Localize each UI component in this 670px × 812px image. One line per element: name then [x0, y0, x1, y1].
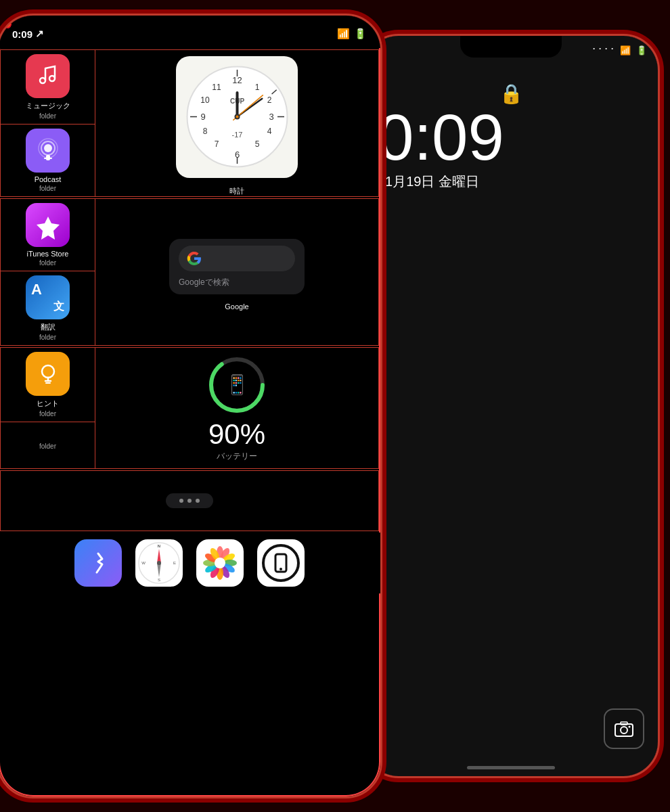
svg-text:9: 9 [200, 112, 205, 122]
battery-label: バッテリー [217, 451, 257, 462]
page-dots [179, 499, 200, 503]
svg-text:7: 7 [214, 139, 219, 149]
google-label: Google [225, 302, 248, 311]
svg-rect-64 [615, 724, 633, 736]
clock-widget-area[interactable]: 12 3 6 9 1 2 4 5 7 8 10 11 [95, 50, 378, 196]
svg-text:10: 10 [200, 95, 210, 105]
music-label: ミュージック [26, 101, 70, 111]
location-icon: ↗ [35, 28, 44, 40]
svg-text:11: 11 [212, 83, 221, 92]
podcast-icon[interactable] [26, 129, 70, 173]
svg-point-31 [42, 365, 54, 378]
battery-icon: 🔋 [354, 28, 367, 40]
dot-3 [196, 499, 200, 503]
svg-text:2: 2 [267, 95, 271, 105]
dock-area [0, 470, 379, 531]
bottom-apps: N E S W [0, 533, 380, 593]
translate-label: 翻訳 [41, 322, 55, 332]
google-search-bar[interactable] [179, 246, 295, 271]
google-widget[interactable]: Googleで検索 [169, 239, 305, 295]
lock-date: 11月19日 金曜日 [364, 173, 658, 191]
files-icon[interactable] [257, 539, 305, 587]
dots-right: • • • • [593, 45, 615, 55]
cell-hints[interactable]: 🍎 ヒント folder [1, 348, 95, 422]
cell-podcast[interactable]: 🍎 Podcast folder [1, 125, 95, 196]
empty-folder: folder [39, 443, 56, 450]
home-bar [467, 766, 555, 769]
cell-empty: 🍎 folder [1, 422, 95, 468]
dot-2 [187, 499, 192, 503]
svg-text:1: 1 [254, 83, 259, 92]
translate-folder: folder [39, 334, 56, 341]
svg-text:12: 12 [232, 75, 242, 85]
left-col-music: 🍎 ミュージック folder 🍎 [1, 50, 95, 196]
lock-screen: • • • • 📶 🔋 🔒 0:09 11月19日 金曜日 [364, 36, 658, 776]
shortcuts-app[interactable] [74, 539, 122, 587]
dot-1 [179, 499, 183, 503]
photos-app[interactable] [196, 539, 244, 587]
itunes-icon[interactable] [26, 203, 70, 247]
svg-text:S: S [158, 578, 160, 582]
music-icon[interactable] [26, 54, 70, 98]
section-hints: 🍎 ヒント folder 🍎 folder [0, 347, 379, 469]
svg-point-29 [236, 116, 238, 118]
svg-text:-17: -17 [231, 131, 242, 139]
svg-rect-4 [44, 158, 52, 159]
svg-point-41 [157, 561, 161, 565]
section-hints-row: 🍎 ヒント folder 🍎 folder [1, 348, 378, 468]
svg-text:4: 4 [267, 127, 271, 136]
section-music: 🍎 ミュージック folder 🍎 [0, 49, 379, 197]
svg-point-65 [621, 727, 627, 734]
itunes-label: iTunes Store [27, 250, 69, 258]
google-search-text: Googleで検索 [179, 277, 295, 288]
notch [139, 16, 240, 37]
safari-icon[interactable]: N E S W [135, 539, 183, 587]
battery-widget: 📱 90% バッテリー [95, 349, 378, 468]
left-phone: 0:09 ↗ 📶 🔋 🍎 ミュージック folder [0, 14, 382, 798]
music-folder: folder [39, 112, 56, 120]
camera-button[interactable] [604, 708, 644, 749]
svg-text:E: E [173, 561, 176, 565]
section-music-row: 🍎 ミュージック folder 🍎 [1, 50, 378, 196]
dock-inner [166, 493, 213, 508]
podcast-label: Podcast [35, 175, 62, 183]
cell-translate[interactable]: 🍎 A 文 翻訳 folder [1, 271, 95, 345]
itunes-folder: folder [39, 259, 56, 267]
google-widget-area[interactable]: Googleで検索 Google [95, 199, 378, 345]
clock-svg: 12 3 6 9 1 2 4 5 7 8 10 11 [185, 64, 290, 169]
cell-itunes[interactable]: 🍎 iTunes Store folder [1, 199, 95, 271]
photos-icon[interactable] [196, 539, 244, 587]
safari-app[interactable]: N E S W [135, 539, 183, 587]
svg-text:3: 3 [269, 112, 273, 122]
clock-widget[interactable]: 12 3 6 9 1 2 4 5 7 8 10 11 [176, 56, 298, 178]
battery-right: 🔋 [636, 45, 647, 55]
svg-text:W: W [141, 561, 146, 565]
battery-widget-area: 📱 90% バッテリー [95, 348, 378, 468]
podcast-folder: folder [39, 185, 56, 192]
translate-icon[interactable]: A 文 [26, 275, 70, 319]
battery-ring-svg [206, 355, 267, 415]
svg-text:8: 8 [202, 127, 207, 136]
status-right: 📶 🔋 [337, 28, 367, 40]
status-left: 0:09 ↗ [12, 28, 44, 40]
lock-time: 0:09 [364, 105, 658, 170]
battery-circle: 📱 [206, 355, 267, 415]
battery-percent: 90% [208, 418, 265, 451]
left-col-hints: 🍎 ヒント folder 🍎 folder [1, 348, 95, 468]
section-itunes-row: 🍎 iTunes Store folder 🍎 A 文 翻訳 [1, 199, 378, 345]
cell-music[interactable]: 🍎 ミュージック folder [1, 50, 95, 125]
time-display: 0:09 [12, 28, 32, 40]
svg-text:5: 5 [254, 139, 259, 149]
wifi-icon: 📶 [337, 28, 350, 40]
google-g-logo [187, 251, 202, 266]
svg-point-59 [215, 558, 225, 568]
svg-point-67 [629, 726, 631, 728]
hints-label: ヒント [37, 399, 59, 409]
wifi-right: 📶 [620, 45, 631, 55]
shortcuts-icon[interactable] [74, 539, 122, 587]
hints-folder: folder [39, 410, 56, 418]
files-app[interactable] [257, 539, 305, 587]
svg-text:6: 6 [234, 150, 239, 160]
hints-icon[interactable] [26, 352, 70, 396]
clock-label: 時計 [229, 186, 244, 196]
